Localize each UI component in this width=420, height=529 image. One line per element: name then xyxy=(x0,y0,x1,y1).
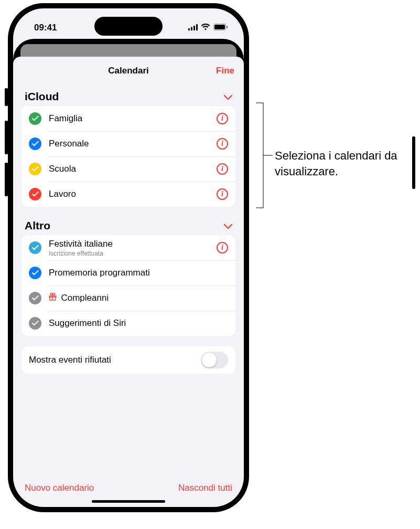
calendar-row-promemoria[interactable]: Promemoria programmati xyxy=(21,260,235,285)
toggle-label: Mostra eventi rifiutati xyxy=(29,355,111,365)
section-title: iCloud xyxy=(25,90,59,103)
cellular-icon xyxy=(188,23,198,33)
dynamic-island xyxy=(94,17,163,36)
calendar-label: Festività italiane xyxy=(49,239,209,249)
status-time: 09:41 xyxy=(34,23,57,33)
gift-icon xyxy=(49,293,59,302)
screen: 09:41 Calendari xyxy=(13,8,244,507)
info-icon[interactable]: i xyxy=(217,188,228,200)
annotation-text: Seleziona i calendari da visualizzare. xyxy=(275,148,416,179)
battery-icon xyxy=(213,23,228,33)
checkmark-icon xyxy=(29,163,41,175)
calendar-label: Compleanni xyxy=(49,293,228,303)
checkmark-icon xyxy=(29,188,41,200)
calendar-row-compleanni[interactable]: Compleanni xyxy=(21,285,235,311)
home-indicator[interactable] xyxy=(92,500,165,503)
checkmark-icon xyxy=(29,317,41,330)
calendar-row-lavoro[interactable]: Lavoro i xyxy=(21,182,235,207)
calendar-label: Scuola xyxy=(49,164,209,174)
sheet-header: Calendari Fine xyxy=(13,57,244,85)
calendar-label: Promemoria programmati xyxy=(49,268,228,278)
calendar-label: Suggerimenti di Siri xyxy=(49,318,228,329)
chevron-down-icon[interactable] xyxy=(224,219,232,232)
checkmark-icon xyxy=(29,292,41,304)
svg-rect-6 xyxy=(227,26,228,28)
info-icon[interactable]: i xyxy=(217,113,228,124)
section-title: Altro xyxy=(25,219,50,232)
new-calendar-button[interactable]: Nuovo calendario xyxy=(25,483,94,493)
section-header-other[interactable]: Altro xyxy=(21,214,235,235)
iphone-frame: 09:41 Calendari xyxy=(8,3,249,512)
calendar-label: Lavoro xyxy=(49,189,209,199)
done-button[interactable]: Fine xyxy=(216,66,234,76)
checkmark-icon xyxy=(29,112,41,125)
svg-rect-0 xyxy=(188,28,190,30)
chevron-down-icon[interactable] xyxy=(224,90,232,103)
svg-rect-1 xyxy=(191,27,192,31)
sheet-content[interactable]: iCloud Famiglia i xyxy=(13,85,244,474)
wifi-icon xyxy=(201,23,210,33)
declined-events-row: Mostra eventi rifiutati xyxy=(21,346,235,374)
calendar-row-scuola[interactable]: Scuola i xyxy=(21,156,235,182)
info-icon[interactable]: i xyxy=(217,242,228,253)
calendars-sheet: Calendari Fine iCloud xyxy=(13,57,244,507)
info-icon[interactable]: i xyxy=(217,138,228,150)
declined-events-toggle[interactable] xyxy=(201,352,228,368)
calendar-row-famiglia[interactable]: Famiglia i xyxy=(21,106,235,131)
checkmark-icon xyxy=(29,241,41,254)
svg-rect-2 xyxy=(193,26,195,30)
icloud-group: Famiglia i Personale i xyxy=(21,106,235,207)
checkmark-icon xyxy=(29,267,41,279)
info-icon[interactable]: i xyxy=(217,163,228,175)
checkmark-icon xyxy=(29,137,41,150)
calendar-label: Personale xyxy=(49,139,209,149)
calendar-label: Famiglia xyxy=(49,113,209,124)
section-header-icloud[interactable]: iCloud xyxy=(21,85,235,106)
calendar-row-siri[interactable]: Suggerimenti di Siri xyxy=(21,311,235,336)
calendar-row-personale[interactable]: Personale i xyxy=(21,131,235,156)
svg-rect-3 xyxy=(196,24,198,30)
calendar-sublabel: Iscrizione effettuata xyxy=(49,250,209,257)
sheet-title: Calendari xyxy=(108,66,148,76)
svg-rect-5 xyxy=(214,25,225,29)
hide-all-button[interactable]: Nascondi tutti xyxy=(178,483,232,493)
calendar-row-festivita[interactable]: Festività italiane Iscrizione effettuata… xyxy=(21,235,235,260)
other-group: Festività italiane Iscrizione effettuata… xyxy=(21,235,235,336)
